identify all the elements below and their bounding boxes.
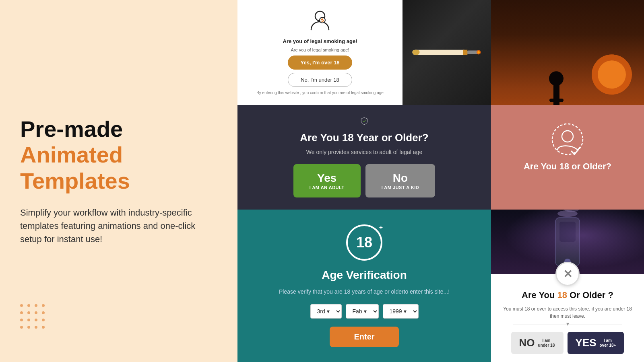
teal-age-card: 18 + Age Verification Please verify that…	[237, 210, 491, 362]
yes-over-18-button[interactable]: Yes, I'm over 18	[288, 56, 352, 70]
age-number: 18	[356, 234, 372, 251]
description-text: Simplify your workflow with industry-spe…	[20, 206, 217, 246]
yes-small-label: I am over 18+	[600, 338, 616, 348]
divider	[513, 325, 622, 325]
yes-over-button[interactable]: YES I am over 18+	[568, 332, 624, 354]
year-select[interactable]: 1999 ▾	[383, 304, 419, 319]
salmon-card-heading: Are You 18 or Older?	[524, 161, 611, 172]
yes-big-label: YES	[576, 337, 597, 349]
teal-card-description: Please verify that you are 18 years of a…	[279, 288, 450, 296]
svg-rect-4	[413, 50, 420, 55]
age-badge-circle: 18 +	[346, 224, 382, 261]
main-grid: Are you of legal smoking age! Are you of…	[237, 0, 644, 362]
vape-card-buttons: NO I am under 18 YES I am over 18+	[511, 332, 624, 354]
sunset-scene	[491, 0, 644, 105]
no-big-label: NO	[519, 337, 535, 349]
dark-card-subtext: We only provides services to adult of le…	[306, 149, 422, 155]
dark-card-heading: Are You 18 Year or Older?	[300, 132, 428, 144]
smoking-age-card: Are you of legal smoking age! Are you of…	[237, 0, 491, 105]
svg-point-14	[549, 71, 564, 86]
no-small-label: I am under 18	[538, 338, 555, 348]
dark-age-card: Are You 18 Year or Older? We only provid…	[237, 105, 491, 210]
cigarette-svg	[411, 40, 483, 64]
vape-card-description: You must 18 or over to access this store…	[499, 305, 636, 320]
yes-sublabel: I AM AN ADULT	[310, 185, 345, 190]
person-icon	[308, 9, 332, 33]
svg-point-11	[598, 60, 626, 88]
svg-rect-6	[463, 50, 468, 55]
yes-adult-button[interactable]: Yes I AM AN ADULT	[293, 164, 361, 197]
enter-button[interactable]: Enter	[330, 327, 398, 347]
svg-rect-15	[549, 99, 564, 102]
vape-card-heading: Are You 18 Or Older ?	[522, 290, 613, 300]
svg-point-8	[478, 51, 480, 53]
date-selectors: 3rd ▾ Fab ▾ 1999 ▾	[310, 304, 419, 319]
decorative-dots	[20, 304, 46, 330]
teal-card-heading: Age Verification	[322, 269, 407, 282]
face-icon	[549, 121, 586, 157]
no-under-button[interactable]: NO I am under 18	[511, 332, 564, 354]
vape-card-content: ✕ Are You 18 Or Older ? You must 18 or o…	[491, 274, 644, 362]
card1-subheading: Are you of legal smoking age!	[291, 47, 349, 52]
no-label: No	[393, 171, 408, 185]
svg-rect-3	[413, 50, 467, 55]
salmon-age-card: Are You 18 or Older?	[491, 105, 644, 210]
sunset-card	[491, 0, 644, 105]
x-circle-icon: ✕	[555, 262, 580, 286]
no-under-18-button[interactable]: No, I'm under 18	[288, 73, 352, 87]
card1-footer: By entering this website , you confirm t…	[256, 90, 384, 96]
cigarette-bg	[402, 0, 491, 105]
shield-icon	[346, 117, 382, 125]
no-kid-button[interactable]: No I AM JUST A KID	[365, 164, 436, 197]
month-select[interactable]: Fab ▾	[346, 304, 379, 319]
card1-left: Are you of legal smoking age! Are you of…	[237, 0, 402, 105]
card1-heading: Are you of legal smoking age!	[283, 38, 357, 44]
main-title: Pre-made AnimatedTemplates	[20, 116, 217, 194]
day-select[interactable]: 3rd ▾	[310, 304, 342, 319]
no-sublabel: I AM JUST A KID	[382, 185, 419, 190]
dark-card-buttons: Yes I AM AN ADULT No I AM JUST A KID	[293, 164, 436, 197]
vape-age-card: ✕ Are You 18 Or Older ? You must 18 or o…	[491, 210, 644, 362]
cigarette-image	[402, 0, 491, 105]
plus-sign: +	[379, 224, 383, 231]
left-panel: Pre-made AnimatedTemplates Simplify your…	[0, 0, 237, 362]
yes-label: Yes	[317, 171, 336, 185]
svg-point-17	[562, 131, 573, 142]
